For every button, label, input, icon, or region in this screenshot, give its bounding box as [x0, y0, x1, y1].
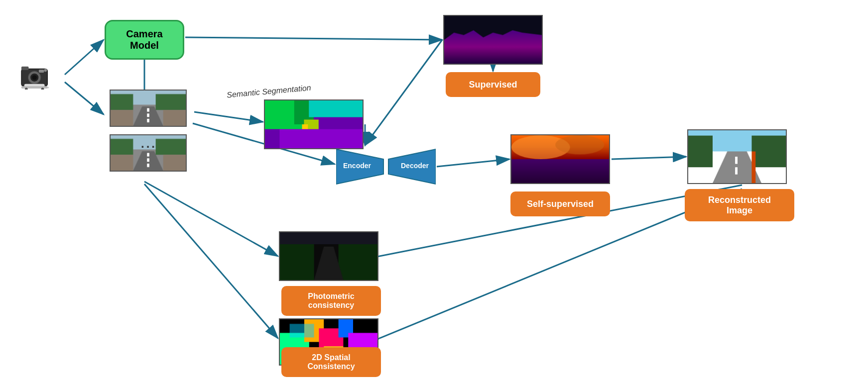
camera-icon — [10, 50, 65, 99]
input-image-1 — [110, 90, 187, 127]
semantic-segmentation-label: Semantic Segmentation — [227, 84, 312, 100]
reconstructed-box: Reconstructed Image — [685, 189, 794, 221]
depth-image-top — [443, 15, 543, 65]
svg-line-8 — [185, 37, 442, 40]
self-supervised-box: Self-supervised — [510, 191, 610, 216]
photometric-box: Photometric consistency — [281, 286, 381, 316]
self-supervised-label: Self-supervised — [527, 199, 594, 209]
svg-rect-22 — [21, 67, 29, 70]
svg-line-12 — [365, 40, 442, 145]
photometric-image — [279, 231, 378, 281]
segmentation-image — [264, 99, 364, 149]
svg-line-2 — [65, 40, 104, 75]
svg-line-15 — [144, 182, 278, 256]
svg-line-6 — [194, 112, 263, 122]
camera-model-label: Camera Model — [126, 28, 162, 51]
svg-line-16 — [144, 184, 278, 338]
depth-image-mid — [510, 134, 610, 184]
encoder-decoder-svg: Encoder Decoder — [336, 147, 436, 187]
svg-line-9 — [437, 159, 509, 167]
spatial-consistency-box: 2D Spatial Consistency — [281, 347, 381, 377]
supervised-box: Supervised — [446, 72, 540, 97]
diagram-container: Camera Model ... Semantic Segmentation S… — [0, 0, 868, 380]
reconstructed-label: Reconstructed Image — [708, 195, 771, 216]
camera-svg — [20, 60, 55, 90]
svg-line-3 — [65, 82, 104, 114]
encoder-decoder-box: Encoder Decoder — [336, 147, 436, 187]
dots-label: ... — [141, 137, 157, 151]
svg-point-23 — [44, 69, 47, 72]
svg-point-20 — [32, 75, 37, 80]
spatial-label: 2D Spatial Consistency — [307, 353, 355, 371]
reconstructed-image — [687, 129, 787, 184]
svg-text:Encoder: Encoder — [343, 162, 372, 170]
svg-rect-21 — [39, 70, 44, 73]
photometric-label: Photometric consistency — [308, 292, 354, 310]
camera-model-box: Camera Model — [105, 20, 184, 60]
supervised-label: Supervised — [469, 80, 517, 90]
svg-line-10 — [612, 157, 686, 159]
svg-text:Decoder: Decoder — [401, 162, 429, 170]
